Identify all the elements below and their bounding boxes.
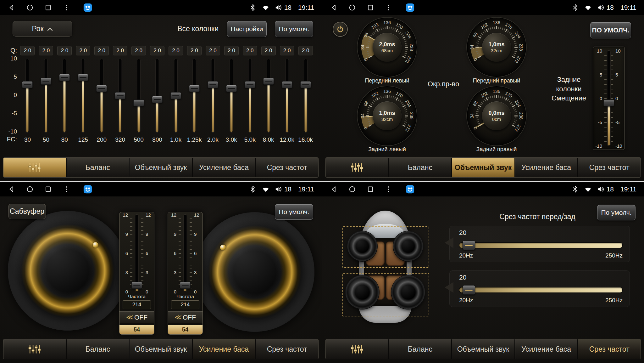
app-icon[interactable] <box>83 3 92 12</box>
slider-handle[interactable] <box>152 96 163 103</box>
tab-surround-sound[interactable]: Объемный звук <box>129 339 192 359</box>
slider-handle[interactable] <box>189 85 200 92</box>
slider-handle[interactable] <box>226 85 237 92</box>
band-gain-slider[interactable] <box>55 59 74 132</box>
tab-balance[interactable]: Баланс <box>388 158 452 177</box>
power-button[interactable] <box>333 22 348 37</box>
tab-bass-boost[interactable]: Усиление баса <box>514 339 578 359</box>
band-gain-slider[interactable] <box>111 59 130 132</box>
app-icon[interactable] <box>405 184 415 194</box>
delay-gauge-2[interactable]: 034681021361702042382721,0ms32cmПередний… <box>468 18 525 76</box>
tab-surround-sound[interactable]: Объемный звук <box>451 339 514 359</box>
band-gain-slider[interactable] <box>259 59 278 132</box>
rear-offset-slider[interactable]: 1050-5-101050-5-10 <box>593 47 625 150</box>
slider-handle[interactable] <box>282 81 292 88</box>
bass-off-button[interactable]: ≪OFF <box>168 311 203 323</box>
tab-equalizer[interactable] <box>326 339 388 359</box>
delay-gauge-3[interactable]: 034681021361702042382721,0ms32cmЗадний л… <box>358 87 416 145</box>
tab-balance[interactable]: Баланс <box>66 158 129 177</box>
tab-crossover[interactable]: Срез частот <box>577 158 641 177</box>
bass-level-slider[interactable]: 129630129630 <box>120 215 153 292</box>
back-icon[interactable] <box>8 3 16 12</box>
default-button[interactable]: По умолч. <box>275 204 313 220</box>
home-icon[interactable] <box>348 185 356 193</box>
band-gain-slider[interactable] <box>167 59 185 132</box>
recents-icon[interactable] <box>366 3 375 12</box>
gauge-knob[interactable]: 0,0ms0cm <box>482 101 511 130</box>
more-options-icon[interactable] <box>385 3 393 12</box>
app-icon[interactable] <box>83 184 92 194</box>
tab-crossover[interactable]: Срез частот <box>255 339 318 359</box>
preset-dropdown[interactable]: Рок <box>13 21 72 37</box>
back-icon[interactable] <box>330 3 338 12</box>
delay-gauge-1[interactable]: 034681021361702042382722,0ms68cmПередний… <box>358 18 416 76</box>
tab-bass-boost[interactable]: Усиление баса <box>514 158 578 177</box>
slider-handle[interactable] <box>300 81 311 88</box>
more-options-icon[interactable] <box>62 3 70 12</box>
tab-equalizer[interactable] <box>326 158 388 177</box>
band-gain-slider[interactable] <box>185 59 203 132</box>
slider-handle[interactable] <box>208 81 218 88</box>
home-icon[interactable] <box>348 3 356 12</box>
band-gain-slider[interactable] <box>74 59 92 132</box>
tab-equalizer[interactable] <box>3 339 66 359</box>
band-gain-slider[interactable] <box>92 59 111 132</box>
tab-surround-sound[interactable]: Объемный звук <box>129 158 192 177</box>
bass-level-slider[interactable]: 129630129630 <box>169 215 202 292</box>
slider-handle[interactable] <box>133 99 144 106</box>
gauge-knob[interactable]: 2,0ms68cm <box>373 33 402 62</box>
tab-balance[interactable]: Баланс <box>388 339 452 359</box>
more-options-icon[interactable] <box>62 185 70 193</box>
tab-surround-sound[interactable]: Объемный звук <box>451 158 514 177</box>
back-icon[interactable] <box>8 185 16 193</box>
slider-handle[interactable] <box>180 282 191 289</box>
gauge-knob[interactable]: 1,0ms32cm <box>482 33 511 62</box>
slider-handle[interactable] <box>245 81 255 88</box>
slider-handle[interactable] <box>22 81 33 88</box>
back-icon[interactable] <box>330 185 338 193</box>
slider-handle[interactable] <box>603 99 614 106</box>
tab-bass-boost[interactable]: Усиление баса <box>192 158 255 177</box>
default-button[interactable]: По умолч. <box>597 205 636 220</box>
slider-handle[interactable] <box>131 282 142 289</box>
settings-button[interactable]: Настройки <box>227 21 267 37</box>
crossover-slider[interactable] <box>459 287 623 293</box>
band-gain-slider[interactable] <box>241 59 259 132</box>
home-icon[interactable] <box>26 3 34 12</box>
delay-gauge-4[interactable]: 034681021361702042382720,0ms0cmЗадний пр… <box>468 87 525 145</box>
tab-crossover[interactable]: Срез частот <box>255 158 318 177</box>
slider-handle[interactable] <box>41 78 51 85</box>
home-icon[interactable] <box>26 185 34 193</box>
tab-bass-boost[interactable]: Усиление баса <box>192 339 255 359</box>
slider-handle[interactable] <box>115 92 125 99</box>
band-gain-slider[interactable] <box>203 59 222 132</box>
tab-equalizer[interactable] <box>3 158 66 177</box>
crossover-slider[interactable] <box>459 242 623 248</box>
gauge-knob[interactable]: 1,0ms32cm <box>373 101 402 130</box>
slider-handle[interactable] <box>96 85 107 92</box>
recents-icon[interactable] <box>44 3 52 12</box>
band-gain-slider[interactable] <box>37 59 55 132</box>
slider-handle[interactable] <box>263 78 274 85</box>
band-gain-slider[interactable] <box>148 59 167 132</box>
band-gain-slider[interactable] <box>296 59 315 132</box>
tab-crossover[interactable]: Срез частот <box>577 339 641 359</box>
slider-handle[interactable] <box>170 92 181 99</box>
default-button[interactable]: ПО УМОЛЧ. <box>590 22 631 38</box>
tab-balance[interactable]: Баланс <box>66 339 129 359</box>
eq-band-800: 2.0800 <box>148 46 167 144</box>
band-gain-slider[interactable] <box>278 59 296 132</box>
bass-off-button[interactable]: ≪OFF <box>119 311 154 323</box>
band-gain-slider[interactable] <box>222 59 241 132</box>
band-gain-slider[interactable] <box>18 59 37 132</box>
band-gain-slider[interactable] <box>130 59 148 132</box>
slider-handle[interactable] <box>78 74 88 81</box>
slider-handle[interactable] <box>463 285 475 295</box>
default-button[interactable]: По умолч. <box>275 21 313 37</box>
slider-handle[interactable] <box>59 74 70 81</box>
recents-icon[interactable] <box>44 185 52 193</box>
slider-handle[interactable] <box>463 241 475 250</box>
recents-icon[interactable] <box>366 185 375 193</box>
app-icon[interactable] <box>405 3 415 12</box>
more-options-icon[interactable] <box>385 185 393 193</box>
